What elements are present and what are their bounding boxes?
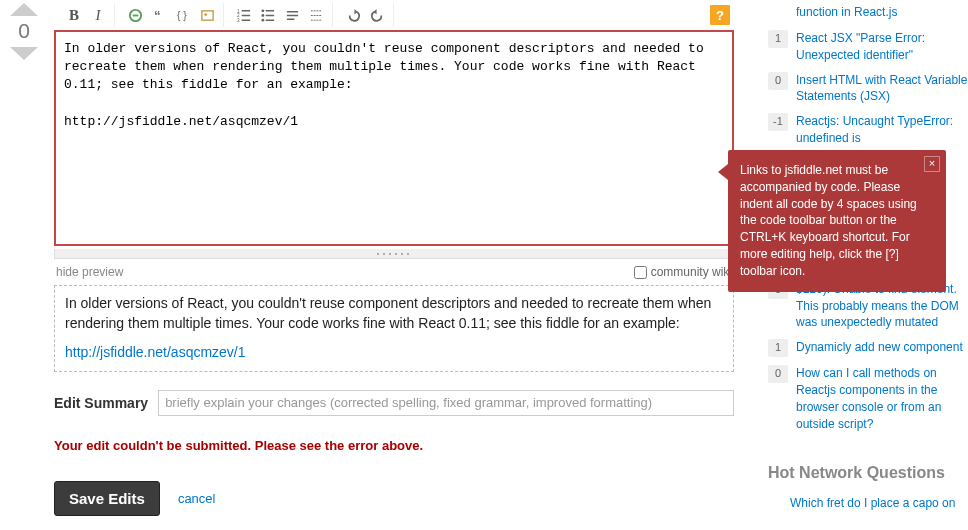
bold-button[interactable]: B — [64, 5, 84, 25]
edit-summary-input[interactable] — [158, 390, 734, 416]
vote-score: 0 — [8, 19, 40, 43]
related-link[interactable]: React JSX "Parse Error: Unexpected ident… — [796, 30, 968, 64]
edit-summary-label: Edit Summary — [54, 395, 148, 411]
related-link[interactable]: Insert HTML with React Variable Statemen… — [796, 72, 968, 106]
related-link[interactable]: Reactjs: Uncaught TypeError: undefined i… — [796, 113, 968, 147]
unordered-list-button[interactable] — [258, 5, 278, 25]
related-item: 1React JSX "Parse Error: Unexpected iden… — [768, 26, 968, 68]
related-item: function in React.js — [768, 0, 968, 26]
image-button[interactable] — [197, 5, 217, 25]
related-item: 0Insert HTML with React Variable Stateme… — [768, 68, 968, 110]
related-link[interactable]: function in React.js — [796, 4, 897, 22]
svg-text:{ }: { } — [176, 10, 186, 21]
undo-button[interactable] — [343, 5, 363, 25]
resize-grippie[interactable] — [54, 249, 734, 259]
hr-button[interactable] — [306, 5, 326, 25]
svg-point-10 — [261, 18, 264, 21]
related-score: 0 — [768, 365, 788, 383]
svg-point-9 — [261, 14, 264, 17]
tooltip-text: Links to jsfiddle.net must be accompanie… — [740, 163, 917, 278]
svg-point-8 — [261, 9, 264, 12]
community-wiki-label[interactable]: community wiki — [634, 265, 732, 279]
ordered-list-button[interactable]: 123 — [234, 5, 254, 25]
italic-button[interactable]: I — [88, 5, 108, 25]
cancel-link[interactable]: cancel — [178, 491, 216, 506]
svg-rect-3 — [201, 10, 212, 19]
help-button[interactable]: ? — [710, 5, 730, 25]
redo-button[interactable] — [367, 5, 387, 25]
preview-text: In older versions of React, you couldn't… — [65, 294, 723, 333]
tooltip-close-button[interactable]: × — [924, 156, 940, 172]
related-link[interactable]: Dynamicly add new component — [796, 339, 963, 357]
link-button[interactable] — [125, 5, 145, 25]
preview-link[interactable]: http://jsfiddle.net/asqcmzev/1 — [65, 344, 246, 360]
svg-point-4 — [204, 13, 207, 16]
heading-button[interactable] — [282, 5, 302, 25]
related-score: 1 — [768, 339, 788, 357]
hot-question-link[interactable]: Which fret do I place a capo on — [768, 492, 968, 510]
related-item: 0How can I call methods on Reactjs compo… — [768, 361, 968, 436]
upvote-button[interactable] — [10, 3, 38, 16]
submit-error: Your edit couldn't be submitted. Please … — [54, 438, 734, 453]
editor-toolbar: B I “ { } 123 ? — [54, 0, 734, 30]
related-score: -1 — [768, 113, 788, 131]
related-item: -1Reactjs: Uncaught TypeError: undefined… — [768, 109, 968, 151]
preview-box: In older versions of React, you couldn't… — [54, 285, 734, 372]
community-wiki-checkbox[interactable] — [634, 266, 647, 279]
related-link[interactable]: How can I call methods on Reactjs compon… — [796, 365, 968, 432]
hide-preview-toggle[interactable]: hide preview — [56, 265, 123, 279]
code-button[interactable]: { } — [173, 5, 193, 25]
svg-text:3: 3 — [237, 18, 240, 23]
related-score: 1 — [768, 30, 788, 48]
quote-button[interactable]: “ — [149, 5, 169, 25]
hot-questions-header: Hot Network Questions — [768, 464, 968, 482]
svg-text:“: “ — [153, 8, 160, 23]
related-item: 1Dynamicly add new component — [768, 335, 968, 361]
related-score: 0 — [768, 72, 788, 90]
downvote-button[interactable] — [10, 47, 38, 60]
post-editor[interactable] — [54, 30, 734, 246]
validation-tooltip: × Links to jsfiddle.net must be accompan… — [728, 150, 946, 292]
save-edits-button[interactable]: Save Edits — [54, 481, 160, 516]
